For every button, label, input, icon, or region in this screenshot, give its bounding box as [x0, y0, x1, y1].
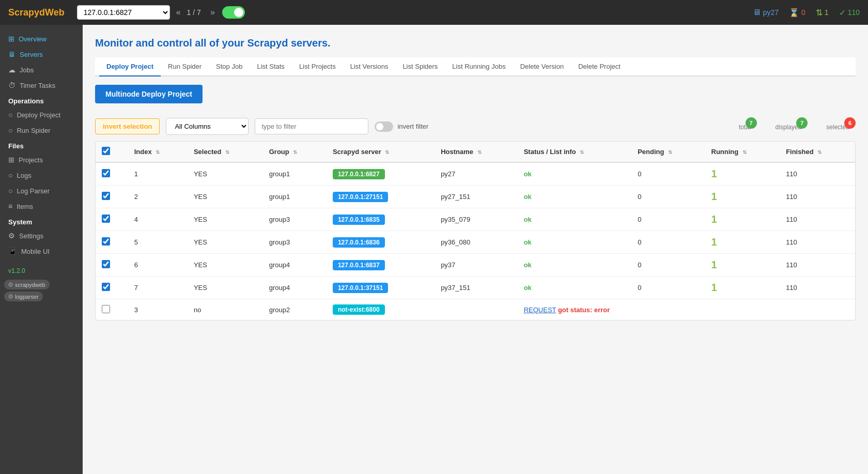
sidebar-item-log-parser[interactable]: ○ Log Parser	[0, 183, 83, 198]
logparser-badge[interactable]: ⊙ logparser	[4, 292, 43, 301]
sort-selected: ⇅	[225, 149, 229, 155]
sidebar-item-logs[interactable]: ○ Logs	[0, 167, 83, 183]
row-pending-2: 0	[631, 208, 705, 231]
page-title: Monitor and control all of your Scrapyd …	[95, 37, 856, 49]
sidebar-item-settings[interactable]: ⚙ Settings	[0, 228, 83, 243]
sidebar-item-run-spider[interactable]: ○ Run Spider	[0, 123, 83, 138]
th-pending[interactable]: Pending ⇅	[631, 142, 705, 162]
row-hostname-0: py27	[435, 162, 518, 186]
topbar: ScrapydWeb 127.0.0.1:6827 « 1 / 7 » 🖥 py…	[0, 0, 868, 25]
column-filter-select[interactable]: All Columns	[166, 118, 249, 135]
row-checkbox-5	[96, 277, 128, 299]
tab-run-spider[interactable]: Run Spider	[161, 57, 209, 77]
row-cb-4[interactable]	[102, 260, 110, 268]
row-cb-3[interactable]	[102, 237, 110, 246]
row-pending-3: 0	[631, 231, 705, 254]
th-selected[interactable]: Selected ⇅	[188, 142, 263, 162]
th-running[interactable]: Running ⇅	[705, 142, 780, 162]
badge-icon-2: ⊙	[8, 293, 13, 300]
sidebar: ⊞ Overview 🖥 Servers ☁ Jobs ⏱ Timer Task…	[0, 25, 83, 474]
invert-selection-btn[interactable]: invert selection	[95, 118, 160, 134]
table-header-row: Index ⇅ Selected ⇅ Group ⇅ Scrapyd serve…	[96, 142, 855, 162]
tab-list-stats[interactable]: List Stats	[250, 57, 291, 77]
scrapydweb-badge[interactable]: ⊙ scrapydweb	[4, 280, 50, 289]
th-hostname[interactable]: Hostname ⇅	[435, 142, 518, 162]
tab-delete-project[interactable]: Delete Project	[571, 57, 628, 77]
badge-icon-1: ⊙	[8, 281, 13, 288]
th-finished[interactable]: Finished ⇅	[780, 142, 855, 162]
displayed-stat: 7 displayed	[769, 123, 808, 131]
sidebar-item-jobs[interactable]: ☁ Jobs	[0, 62, 83, 78]
th-index[interactable]: Index ⇅	[128, 142, 188, 162]
sidebar-item-servers[interactable]: 🖥 Servers	[0, 47, 83, 62]
finished-stat[interactable]: ✓ 110	[839, 8, 860, 18]
files-title: Files	[0, 138, 83, 152]
tab-list-versions[interactable]: List Versions	[343, 57, 396, 77]
action-bar: Multinode Deploy Project	[95, 85, 856, 103]
row-finished-5: 110	[780, 277, 855, 299]
th-server[interactable]: Scrapyd server ⇅	[327, 142, 435, 162]
tab-list-running-jobs[interactable]: List Running Jobs	[445, 57, 513, 77]
row-cb-2[interactable]	[102, 215, 110, 223]
row-finished-1: 110	[780, 186, 855, 208]
finished-icon: ✓	[839, 8, 846, 18]
monitor-stat[interactable]: 🖥 py27	[753, 8, 779, 17]
run-icon: ○	[8, 126, 12, 134]
tab-list-projects[interactable]: List Projects	[292, 57, 343, 77]
sort-hostname: ⇅	[477, 149, 482, 155]
servers-icon: 🖥	[8, 50, 16, 58]
row-running-2: 1	[705, 208, 780, 231]
prev-server-btn[interactable]: «	[176, 8, 181, 17]
multinode-deploy-btn[interactable]: Multinode Deploy Project	[95, 85, 203, 103]
total-stat: 7 total	[733, 123, 757, 131]
row-cb-6[interactable]	[102, 305, 110, 313]
sort-server: ⇅	[385, 149, 389, 155]
pending-stat[interactable]: ⌛ 0	[789, 8, 805, 18]
sidebar-item-timer-tasks[interactable]: ⏱ Timer Tasks	[0, 78, 83, 93]
brand-logo: ScrapydWeb	[8, 7, 65, 18]
items-icon: ≡	[8, 202, 12, 210]
next-server-btn[interactable]: »	[210, 8, 215, 17]
invert-filter-toggle[interactable]	[375, 121, 393, 132]
row-status-5: ok	[518, 277, 631, 299]
row-selected-4: YES	[188, 254, 263, 277]
running-stat[interactable]: ⇅ 1	[816, 8, 829, 18]
sidebar-item-deploy-project[interactable]: ○ Deploy Project	[0, 107, 83, 123]
row-cb-5[interactable]	[102, 283, 110, 291]
tab-delete-version[interactable]: Delete Version	[513, 57, 571, 77]
server-toggle[interactable]	[222, 6, 245, 19]
select-all-checkbox[interactable]	[102, 147, 110, 155]
sort-running: ⇅	[742, 149, 747, 155]
settings-icon: ⚙	[8, 232, 15, 240]
row-status-1: ok	[518, 186, 631, 208]
th-group[interactable]: Group ⇅	[263, 142, 327, 162]
row-status-3: ok	[518, 231, 631, 254]
filter-input[interactable]	[255, 118, 368, 134]
sidebar-item-overview[interactable]: ⊞ Overview	[0, 31, 83, 47]
row-cb-0[interactable]	[102, 169, 110, 177]
tab-stop-job[interactable]: Stop Job	[209, 57, 250, 77]
row-cb-1[interactable]	[102, 192, 110, 200]
server-select[interactable]: 127.0.0.1:6827	[77, 5, 170, 20]
request-link-6[interactable]: REQUEST	[524, 306, 556, 314]
sidebar-item-mobile-ui[interactable]: 📱 Mobile UI	[0, 243, 83, 259]
sidebar-item-projects[interactable]: ⊞ Projects	[0, 152, 83, 167]
sort-status: ⇅	[580, 149, 584, 155]
row-finished-2: 110	[780, 208, 855, 231]
row-index-4: 6	[128, 254, 188, 277]
row-pending-1: 0	[631, 186, 705, 208]
tab-list-spiders[interactable]: List Spiders	[395, 57, 445, 77]
row-hostname-1: py27_151	[435, 186, 518, 208]
sidebar-item-items[interactable]: ≡ Items	[0, 198, 83, 214]
row-index-5: 7	[128, 277, 188, 299]
sort-finished: ⇅	[817, 149, 822, 155]
row-group-5: group4	[263, 277, 327, 299]
selected-bubble: 6	[844, 117, 856, 129]
tab-deploy-project[interactable]: Deploy Project	[99, 57, 161, 77]
overview-icon: ⊞	[8, 35, 14, 43]
row-index-6: 3	[128, 299, 188, 320]
servers-table-wrapper: Index ⇅ Selected ⇅ Group ⇅ Scrapyd serve…	[95, 141, 856, 320]
running-icon: ⇅	[816, 8, 823, 18]
summary-stats: 7 total 7 displayed 6 selected	[733, 123, 856, 131]
th-status[interactable]: Status / List info ⇅	[518, 142, 631, 162]
